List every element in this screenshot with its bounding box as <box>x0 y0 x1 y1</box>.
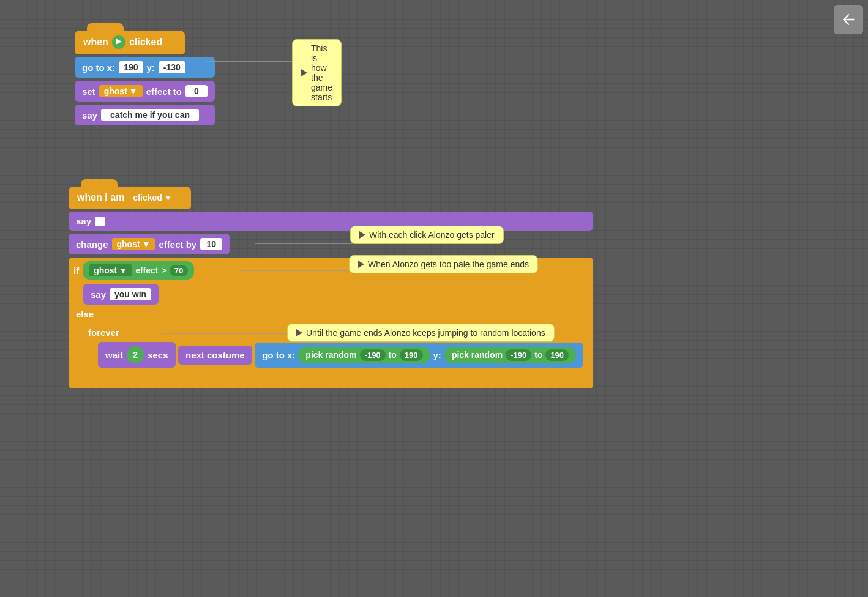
go-to-label: go to x: <box>82 62 115 73</box>
if-header-row: if ghost ▼ effect > 70 <box>73 261 588 280</box>
comment-arrow-4 <box>296 329 302 336</box>
comment-bubble-1[interactable]: This is how the game starts <box>292 39 342 106</box>
say-block-empty[interactable]: say <box>69 212 593 231</box>
set-label: set <box>82 86 95 97</box>
wait-block[interactable]: wait 2 secs <box>98 342 176 368</box>
change-label: change <box>76 239 108 250</box>
to-label-1: to <box>389 350 397 360</box>
ghost-dropdown-2[interactable]: ghost ▼ <box>112 238 155 250</box>
comment-text-3: When Alonzo gets too pale the game ends <box>368 259 529 269</box>
effect-by-label: effect by <box>159 239 196 250</box>
pick-random-y[interactable]: pick random -190 to 190 <box>444 347 576 363</box>
hat-block-clicked[interactable]: when I am clicked ▼ <box>69 187 191 209</box>
say-win-block[interactable]: say you win <box>83 284 159 305</box>
flag-icon <box>112 35 125 49</box>
comment-arrow-3 <box>358 261 364 268</box>
back-button[interactable] <box>834 5 863 34</box>
gt-value[interactable]: 70 <box>170 265 188 276</box>
when-label: when <box>83 37 108 48</box>
comment-arrow-1 <box>301 69 307 76</box>
change-effect-row: change ghost ▼ effect by 10 With each cl… <box>69 232 593 254</box>
x-value[interactable]: 190 <box>119 61 143 73</box>
pick-random-label-2: pick random <box>452 350 503 360</box>
clicked-dropdown[interactable]: clicked ▼ <box>128 191 177 204</box>
wait-value[interactable]: 2 <box>127 346 144 363</box>
ghost-effect-condition[interactable]: ghost ▼ effect > 70 <box>83 261 194 280</box>
say-win-label: say <box>91 289 106 300</box>
wait-label: wait <box>105 350 123 360</box>
y-value[interactable]: -130 <box>159 61 185 73</box>
block-group-1: when clicked go to x: 190 y: -130 set gh… <box>75 31 215 125</box>
forever-block-bottom <box>88 370 583 379</box>
say-label-2: say <box>76 216 91 226</box>
clicked-label: clicked <box>129 37 162 48</box>
y-label: y: <box>147 62 155 73</box>
forever-inner: wait 2 secs next costume go to x: <box>98 340 583 368</box>
comment-arrow-2 <box>359 231 365 239</box>
else-label: else <box>73 307 588 321</box>
effect-by-value[interactable]: 10 <box>200 238 222 250</box>
say-win-value[interactable]: you win <box>110 288 151 300</box>
ghost-dropdown-3[interactable]: ghost ▼ <box>89 264 132 276</box>
block-stack-1: when clicked go to x: 190 y: -130 set gh… <box>75 31 215 125</box>
svg-marker-0 <box>116 39 122 45</box>
to-val-1[interactable]: 190 <box>400 349 423 361</box>
go-to-block[interactable]: go to x: 190 y: -130 <box>75 57 215 78</box>
say-label-1: say <box>82 110 97 121</box>
from-val-1[interactable]: -190 <box>360 349 386 361</box>
block-group-2: when I am clicked ▼ say change ghost ▼ e… <box>69 187 593 388</box>
from-val-2[interactable]: -190 <box>506 349 531 361</box>
y2-label: y: <box>433 350 441 360</box>
forever-block[interactable]: forever Until the game ends Alonzo keeps… <box>83 324 588 382</box>
next-costume-block[interactable]: next costume <box>178 346 252 365</box>
change-ghost-block[interactable]: change ghost ▼ effect by 10 <box>69 234 230 254</box>
when-flag-clicked-hat[interactable]: when clicked <box>75 31 215 54</box>
pick-random-x[interactable]: pick random -190 to 190 <box>298 347 430 363</box>
comment-bubble-3[interactable]: When Alonzo gets too pale the game ends <box>349 255 538 273</box>
else-inner: forever Until the game ends Alonzo keeps… <box>83 324 588 382</box>
when-i-am-label: when I am <box>77 192 124 203</box>
gt-symbol: > <box>162 265 166 275</box>
to-label-2: to <box>534 350 542 360</box>
set-effect-block[interactable]: set ghost ▼ effect to 0 <box>75 81 215 102</box>
if-inner: say you win <box>83 282 588 305</box>
secs-label: secs <box>148 350 168 360</box>
to-val-2[interactable]: 190 <box>545 349 569 361</box>
ghost-dropdown-1[interactable]: ghost ▼ <box>99 85 143 97</box>
if-block[interactable]: if ghost ▼ effect > 70 <box>69 258 593 388</box>
forever-header-row: forever Until the game ends Alonzo keeps… <box>88 327 583 338</box>
comment-text-1: This is how the game starts <box>311 43 332 102</box>
go-to2-label: go to x: <box>262 350 295 360</box>
go-to-random-block[interactable]: go to x: pick random -190 to 190 y: pick… <box>255 343 583 368</box>
effect-value[interactable]: 0 <box>185 85 208 97</box>
say-value-1[interactable]: catch me if you can <box>101 109 199 121</box>
comment-text-4: Until the game ends Alonzo keeps jumping… <box>306 328 545 338</box>
back-icon <box>840 11 857 28</box>
say-block-1[interactable]: say catch me if you can <box>75 105 215 125</box>
next-costume-label: next costume <box>185 350 245 360</box>
block-stack-2: when I am clicked ▼ say change ghost ▼ e… <box>69 187 593 388</box>
comment-bubble-4[interactable]: Until the game ends Alonzo keeps jumping… <box>287 324 555 342</box>
effect-gt-label: effect <box>135 265 158 275</box>
if-label: if <box>73 265 79 276</box>
say-empty-input[interactable] <box>95 217 105 226</box>
when-i-am-clicked-hat[interactable]: when I am clicked ▼ <box>69 187 593 209</box>
pick-random-label-1: pick random <box>305 350 356 360</box>
comment-bubble-2[interactable]: With each click Alonzo gets paler <box>350 226 504 244</box>
effect-to-label: effect to <box>146 86 182 97</box>
hat-block-flag[interactable]: when clicked <box>75 31 185 54</box>
comment-text-2: With each click Alonzo gets paler <box>369 230 495 240</box>
